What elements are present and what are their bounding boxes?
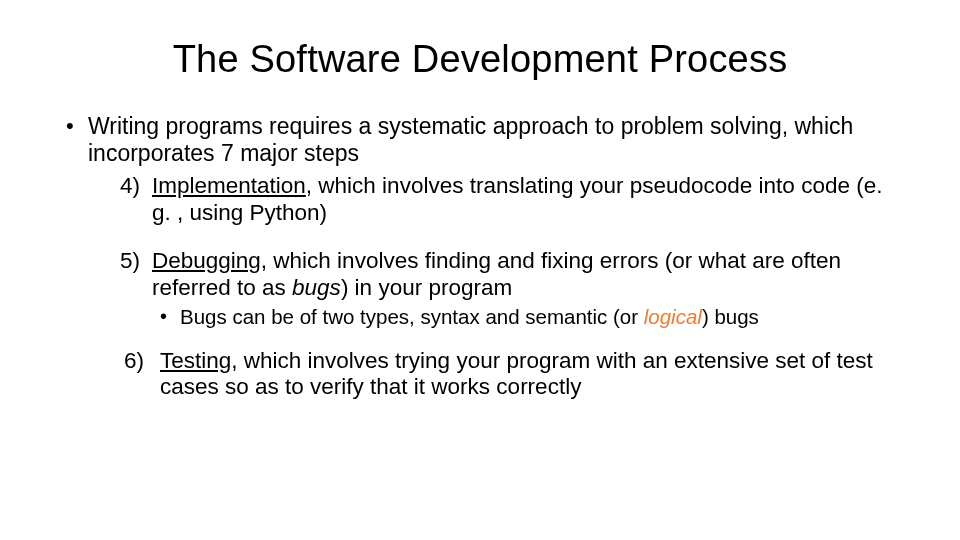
intro-text: Writing programs requires a systematic a… [88, 113, 853, 166]
slide-body: Writing programs requires a systematic a… [60, 113, 900, 401]
step-5-number: 5) [106, 248, 140, 275]
step-5-rest-c: ) in your program [341, 275, 512, 300]
step-4-number: 4) [106, 173, 140, 200]
step-5-sub-accent: logical [644, 305, 702, 328]
step-5-sub: Bugs can be of two types, syntax and sem… [152, 305, 900, 329]
step-6: 6) Testing, which involves trying your p… [88, 348, 900, 401]
slide-title: The Software Development Process [60, 38, 900, 81]
step-4-keyword: Implementation [152, 173, 306, 198]
step-6-number: 6) [110, 348, 144, 375]
step-5-sub-a: Bugs can be of two types, syntax and sem… [180, 305, 644, 328]
step-4: 4) Implementation, which involves transl… [88, 173, 900, 226]
step-6-keyword: Testing [160, 348, 231, 373]
intro-bullet: Writing programs requires a systematic a… [60, 113, 900, 401]
step-5-keyword: Debugging [152, 248, 261, 273]
step-5-bugs-word: bugs [292, 275, 341, 300]
step-5-sub-b: ) bugs [702, 305, 759, 328]
step-5: 5) Debugging, which involves finding and… [88, 248, 900, 329]
step-6-rest: , which involves trying your program wit… [160, 348, 873, 400]
